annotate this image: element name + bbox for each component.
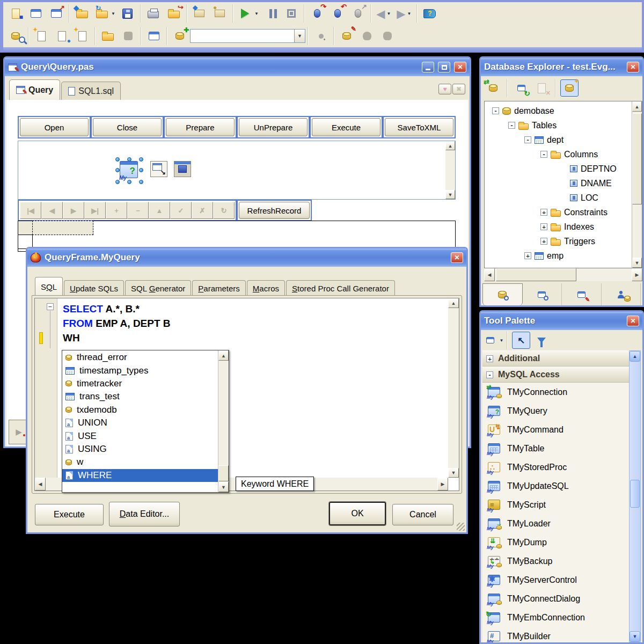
tree-item-demobase[interactable]: -demobase	[485, 104, 632, 118]
savedialog-component-icon[interactable]	[174, 161, 191, 177]
category-additional[interactable]: +Additional	[482, 350, 629, 367]
tab-stored-proc[interactable]: Stored Proc Call Generator	[286, 280, 395, 296]
close-form-button[interactable]: Close	[93, 118, 162, 136]
open-button[interactable]: Open	[20, 118, 89, 136]
data-editor-button[interactable]: Data Editor...	[109, 502, 180, 526]
nav-refresh-button[interactable]: ↻	[213, 202, 235, 219]
palette-item-tmybackup[interactable]: ∸∸↳TMyBackup	[482, 552, 629, 570]
open-folder-icon[interactable]	[98, 26, 118, 46]
editor-window-titlebar[interactable]: Query\Query.pas	[5, 58, 470, 76]
completion-item[interactable]: thread_error	[62, 351, 218, 364]
palette-item-tmyconnectdialog[interactable]: TMyConnectDialog	[482, 589, 629, 608]
completion-item[interactable]: USING	[62, 443, 218, 456]
scroll-up-icon[interactable]	[448, 298, 459, 308]
expand-icon[interactable]: +	[540, 223, 547, 230]
tab-update-sqls[interactable]: Update SQLs	[64, 280, 124, 296]
tab-parameters[interactable]: Parameters	[192, 280, 246, 296]
popup-scrollbar[interactable]	[218, 350, 229, 492]
palette-item-tmyloader[interactable]: →TMyLoader	[482, 514, 629, 533]
back-icon[interactable]: ◀	[374, 3, 394, 24]
toolbar-combo-input[interactable]	[191, 30, 294, 42]
completion-item[interactable]: timestamp_types	[62, 364, 218, 377]
scroll-thumb[interactable]	[632, 113, 642, 204]
category-mysql-access[interactable]: -MySQL Access	[482, 367, 629, 383]
execute-button[interactable]: Execute	[35, 504, 104, 525]
tree-item-indexes[interactable]: +Indexes	[485, 219, 632, 234]
completion-item-selected[interactable]: WHERE	[62, 469, 218, 482]
dialog-titlebar[interactable]: QueryFrame.MyQuery	[27, 248, 466, 267]
collapse-icon[interactable]: -	[492, 107, 499, 114]
palette-item-tmyupdatesql[interactable]: TMyUpdateSQL	[482, 477, 629, 495]
navigator-selection-frame[interactable]: |◀ ◀ ▶ ▶| + − ▲ ✓ ✗ ↻	[18, 200, 237, 221]
scroll-down-icon[interactable]	[218, 482, 229, 492]
trace-into-icon[interactable]: ↶	[327, 3, 348, 24]
database-explorer-titlebar[interactable]: Database Explorer - test.Evg...	[481, 58, 642, 76]
show-sql-icon[interactable]: ✦	[560, 79, 579, 97]
expand-icon[interactable]: +	[486, 355, 493, 362]
combo-dropdown-icon[interactable]	[294, 30, 305, 42]
expand-icon[interactable]: +	[540, 238, 547, 245]
execute-form-button[interactable]: Execute	[312, 118, 380, 136]
palette-item-tmyconnection[interactable]: ⇄TMyConnection	[482, 383, 629, 401]
placeholder-icon[interactable]	[118, 26, 138, 46]
customize-icon[interactable]	[484, 332, 502, 349]
nav-prior-button[interactable]: ◀	[41, 202, 63, 219]
connect-icon[interactable]: ⇄	[484, 79, 502, 97]
tree-item-dname[interactable]: DNAME	[485, 176, 632, 191]
collapse-icon[interactable]: -	[508, 122, 515, 129]
collapse-icon[interactable]: -	[540, 151, 547, 158]
close-project-icon[interactable]: ↪	[164, 3, 184, 24]
delete-icon[interactable]: ✕	[532, 79, 551, 97]
new-page-icon[interactable]: ✦	[72, 26, 92, 46]
palette-item-tmytable[interactable]: TMyTable	[482, 439, 629, 458]
palette-item-tmyservercontrol[interactable]: ✱TMyServerControl	[482, 570, 629, 589]
tree-item-constraints[interactable]: +Constraints	[485, 205, 632, 219]
panel-close-button[interactable]	[627, 62, 639, 72]
scroll-left-icon[interactable]	[484, 268, 495, 281]
tab-security[interactable]	[602, 283, 641, 305]
forward-icon[interactable]: ▶	[394, 3, 414, 24]
state-1-icon[interactable]	[357, 26, 377, 46]
palette-item-tmycommand[interactable]: U↯TMyCommand	[482, 420, 629, 439]
scroll-down-icon[interactable]	[445, 190, 455, 199]
nav-next-button[interactable]: ▶	[63, 202, 84, 219]
completion-item[interactable]: timetracker	[62, 377, 218, 390]
tab-explorer[interactable]	[482, 283, 523, 305]
unprepare-button[interactable]: UnPrepare	[239, 118, 308, 136]
palette-item-tmybuilder[interactable]: #TMyBuilder	[482, 627, 629, 642]
view-unit-icon[interactable]: ●	[52, 26, 72, 46]
tree-item-triggers[interactable]: +Triggers	[485, 234, 632, 248]
print-icon[interactable]	[143, 3, 164, 24]
scroll-up-icon[interactable]	[630, 351, 640, 362]
scroll-thumb[interactable]	[630, 480, 640, 508]
pointer-icon[interactable]: ↖	[512, 332, 530, 349]
save-icon[interactable]	[118, 3, 138, 24]
pin-icon[interactable]	[311, 26, 331, 46]
editor-vscrollbar[interactable]	[448, 298, 459, 478]
close-button[interactable]	[454, 62, 466, 72]
savetoxml-button[interactable]: SaveToXML	[385, 118, 453, 136]
new-items-icon[interactable]: ■	[5, 3, 26, 24]
package-add-icon[interactable]: ◆	[189, 3, 210, 24]
tab-sql-window[interactable]	[523, 283, 562, 305]
tree-item-emp[interactable]: +emp	[485, 248, 632, 263]
tab-sql1[interactable]: SQL1.sql	[61, 82, 121, 100]
selection-frame[interactable]: Execute	[310, 116, 383, 138]
tab-sql-generator[interactable]: SQL Generator	[125, 280, 191, 296]
component-search-icon[interactable]: ✚	[170, 26, 190, 46]
collapse-icon[interactable]: -	[524, 136, 531, 143]
selection-frame[interactable]: Close	[91, 116, 164, 138]
datasource-component-icon[interactable]	[150, 161, 167, 177]
nav-post-button[interactable]: ✓	[170, 202, 192, 219]
remove-file-icon[interactable]: ↗	[46, 3, 67, 24]
tab-list-icon[interactable]	[438, 84, 451, 94]
trace-return-icon[interactable]: ↗	[348, 3, 368, 24]
pause-icon[interactable]	[261, 3, 281, 24]
tree-item-tables[interactable]: -Tables	[485, 118, 632, 133]
new-unit-icon[interactable]: ✦	[31, 26, 52, 46]
tree-item-columns[interactable]: -Columns	[485, 147, 632, 162]
view-form-icon[interactable]	[144, 26, 164, 46]
ok-button[interactable]: OK	[329, 502, 386, 525]
nav-cancel-button[interactable]: ✗	[192, 202, 213, 219]
memo-scrollbar[interactable]	[445, 141, 455, 199]
